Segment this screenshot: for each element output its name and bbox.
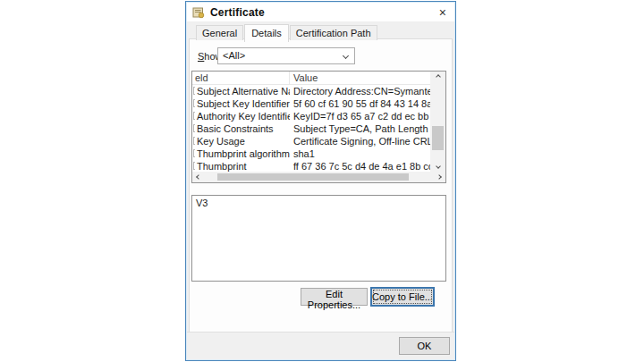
field-name: Key Usage	[192, 135, 290, 147]
field-value: Certificate Signing, Off-line CRL Signin…	[290, 135, 430, 147]
field-name: Thumbprint algorithm	[192, 147, 290, 160]
show-dropdown-value: <All>	[223, 50, 245, 61]
table-row[interactable]: Subject Key Identifier 5f 60 cf 61 90 55…	[192, 97, 430, 110]
tab-general[interactable]: General	[196, 25, 243, 40]
tab-details[interactable]: Details	[244, 24, 289, 42]
field-value: sha1	[290, 147, 430, 160]
details-tab-page: Show: <All> eld Value Subject Alternativ…	[189, 38, 453, 333]
scroll-left-button[interactable]	[192, 172, 205, 182]
field-name: Subject Alternative Name	[192, 85, 290, 97]
column-header-value[interactable]: Value	[290, 72, 430, 84]
ok-button[interactable]: OK	[399, 337, 450, 355]
clipped-field-icon	[193, 87, 195, 95]
chevron-up-icon	[436, 74, 441, 80]
certificate-icon	[192, 6, 205, 19]
dialog-footer: OK	[187, 332, 454, 359]
show-dropdown[interactable]: <All>	[217, 47, 355, 64]
field-value: Subject Type=CA, Path Length Constr...	[290, 122, 430, 135]
titlebar[interactable]: Certificate ×	[187, 3, 454, 21]
table-row[interactable]: Subject Alternative Name Directory Addre…	[192, 85, 430, 97]
field-name: Basic Constraints	[192, 122, 290, 135]
tab-certification-path[interactable]: Certification Path	[290, 25, 377, 40]
close-icon[interactable]: ×	[439, 4, 446, 21]
field-value: Directory Address:CN=SymantecPKI-1...	[290, 85, 430, 97]
chevron-left-icon	[196, 174, 201, 180]
clipped-field-icon	[193, 124, 195, 132]
list-rows: Subject Alternative Name Directory Addre…	[192, 85, 430, 173]
table-row[interactable]: Thumbprint ff 67 36 7c 5c d4 de 4a e1 8b…	[192, 160, 430, 173]
field-value: 5f 60 cf 61 90 55 df 84 43 14 8a 60 2a..…	[290, 97, 430, 110]
clipped-field-icon	[193, 99, 195, 107]
window-title: Certificate	[210, 6, 265, 19]
clipped-field-icon	[193, 162, 195, 170]
scroll-right-button[interactable]	[433, 172, 445, 182]
column-header-field[interactable]: eld	[192, 72, 290, 84]
chevron-down-icon	[343, 53, 349, 59]
table-row[interactable]: Basic Constraints Subject Type=CA, Path …	[192, 122, 430, 135]
scroll-up-button[interactable]	[430, 72, 445, 82]
list-header: eld Value	[192, 72, 430, 85]
edit-properties-button[interactable]: Edit Properties...	[301, 288, 368, 306]
chevron-down-icon	[436, 164, 441, 169]
copy-to-file-button[interactable]: Copy to File...	[370, 287, 435, 307]
certificate-dialog: Certificate × General Details Certificat…	[185, 1, 456, 361]
tabstrip: General Details Certification Path	[196, 24, 378, 40]
field-name: Authority Key Identifier	[192, 110, 290, 122]
chevron-right-icon	[436, 174, 442, 180]
scroll-down-button[interactable]	[430, 161, 445, 172]
field-name: Subject Key Identifier	[192, 97, 290, 110]
clipped-field-icon	[193, 137, 195, 145]
vertical-scrollbar-thumb[interactable]	[432, 126, 444, 150]
field-name: Thumbprint	[192, 160, 290, 173]
table-row[interactable]: Authority Key Identifier KeyID=7f d3 65 …	[192, 110, 430, 122]
table-row[interactable]: Key Usage Certificate Signing, Off-line …	[192, 135, 430, 147]
screenshot-canvas: Certificate × General Details Certificat…	[0, 0, 644, 362]
horizontal-scrollbar-thumb[interactable]	[217, 173, 409, 181]
field-value-preview[interactable]: V3	[191, 195, 446, 282]
table-row[interactable]: Thumbprint algorithm sha1	[192, 147, 430, 160]
clipped-field-icon	[193, 112, 195, 120]
horizontal-scrollbar[interactable]	[192, 172, 445, 182]
clipped-field-icon	[193, 149, 195, 157]
field-value: KeyID=7f d3 65 a7 c2 dd ec bb f0 30 0...	[290, 110, 430, 122]
field-value: ff 67 36 7c 5c d4 de 4a e1 8b cc e1 d7..…	[290, 160, 430, 173]
vertical-scrollbar[interactable]	[430, 72, 445, 172]
fields-list: eld Value Subject Alternative Name Direc…	[191, 71, 446, 183]
field-value-preview-text: V3	[196, 198, 208, 208]
